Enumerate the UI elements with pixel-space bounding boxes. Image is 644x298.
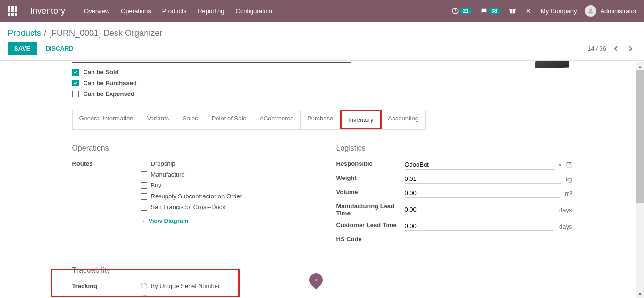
- gift-icon[interactable]: [509, 7, 516, 15]
- view-diagram-link[interactable]: → View Diagram: [140, 217, 308, 224]
- pager-prev[interactable]: [610, 43, 621, 54]
- can-be-purchased-checkbox[interactable]: [72, 80, 79, 86]
- tab-inventory[interactable]: Inventory: [340, 110, 381, 129]
- company-name[interactable]: My Company: [541, 8, 577, 15]
- external-link-icon[interactable]: [566, 162, 572, 168]
- discard-button[interactable]: DISCARD: [39, 42, 80, 55]
- tracking-lots-radio[interactable]: [141, 295, 147, 297]
- logistics-col: Logistics Responsible ▾ Weight kg: [336, 144, 572, 247]
- can-be-sold-label[interactable]: Can be Sold: [84, 68, 119, 76]
- route-crossdock-checkbox[interactable]: [141, 204, 147, 211]
- tab-content: Operations Routes Dropship Manufacture B…: [72, 144, 572, 247]
- responsible-label: Responsible: [336, 160, 405, 170]
- volume-unit: m³: [565, 190, 572, 197]
- pager-next[interactable]: [625, 43, 636, 54]
- tab-ecommerce[interactable]: eCommerce: [253, 110, 301, 129]
- brand-title[interactable]: Inventory: [30, 6, 65, 16]
- route-resupply-checkbox[interactable]: [141, 193, 147, 200]
- content-area: Desk Organizer Can be Sold Can be Purcha…: [0, 61, 644, 297]
- responsible-caret-icon[interactable]: ▾: [559, 162, 562, 169]
- logistics-title: Logistics: [336, 144, 572, 153]
- chat-badge: 38: [489, 8, 500, 14]
- activity-icon[interactable]: 21: [452, 7, 471, 15]
- tracking-label: Tracking: [72, 282, 141, 297]
- weight-unit: kg: [566, 176, 572, 183]
- mlt-unit: days: [559, 206, 572, 213]
- chat-icon[interactable]: 38: [480, 7, 500, 15]
- weight-input[interactable]: [405, 174, 561, 184]
- responsible-input[interactable]: [405, 160, 555, 170]
- user-menu[interactable]: Administrator: [585, 5, 636, 17]
- tab-accounting[interactable]: Accounting: [382, 110, 425, 129]
- route-dropship[interactable]: Dropship: [151, 160, 176, 167]
- clt-unit: days: [559, 223, 572, 230]
- hscode-label: HS Code: [336, 236, 405, 243]
- scroll-down-icon[interactable]: ▾: [636, 290, 644, 297]
- nav-overview[interactable]: Overview: [84, 8, 109, 15]
- tab-general[interactable]: General Information: [73, 110, 141, 129]
- svg-point-4: [590, 9, 592, 11]
- volume-input[interactable]: [405, 188, 560, 198]
- form-sheet: Desk Organizer Can be Sold Can be Purcha…: [63, 61, 582, 297]
- arrow-right-icon: →: [140, 217, 146, 224]
- route-manufacture[interactable]: Manufacture: [151, 171, 185, 178]
- action-row: SAVE DISCARD 14 / 36: [0, 42, 644, 61]
- nav-configuration[interactable]: Configuration: [236, 8, 272, 15]
- product-image[interactable]: [530, 61, 572, 75]
- topbar-right: 21 38 My Company Administrator: [452, 5, 636, 17]
- nav-products[interactable]: Products: [162, 8, 186, 15]
- breadcrumb-current: [FURN_0001] Desk Organizer: [49, 28, 162, 38]
- mlt-input[interactable]: [405, 205, 555, 214]
- activity-badge: 21: [460, 8, 471, 14]
- tracking-lots-label[interactable]: By Lots: [151, 294, 171, 297]
- scroll-thumb[interactable]: [636, 70, 644, 203]
- scroll-up-icon[interactable]: ▴: [636, 62, 644, 70]
- route-resupply[interactable]: Resupply Subcontractor on Order: [151, 193, 243, 200]
- product-flags: Can be Sold Can be Purchased Can be Expe…: [72, 68, 530, 97]
- route-crossdock[interactable]: San Francisco: Cross-Dock: [151, 204, 226, 211]
- tabs: General Information Variants Sales Point…: [72, 110, 426, 130]
- vertical-scrollbar[interactable]: ▴ ▾: [636, 62, 644, 297]
- operations-title: Operations: [72, 144, 308, 153]
- weight-label: Weight: [336, 174, 405, 184]
- tools-icon[interactable]: [525, 7, 532, 15]
- breadcrumb-parent[interactable]: Products: [8, 28, 41, 38]
- clt-input[interactable]: [405, 221, 555, 231]
- routes-list: Dropship Manufacture Buy Resupply Subcon…: [141, 160, 308, 224]
- volume-label: Volume: [336, 188, 405, 198]
- mlt-label: Manufacturing Lead Time: [336, 203, 405, 217]
- tracking-serial-radio[interactable]: [141, 283, 147, 289]
- tab-sales[interactable]: Sales: [176, 110, 205, 129]
- tracking-options: By Unique Serial Number By Lots: [141, 282, 572, 297]
- avatar: [585, 5, 596, 17]
- breadcrumb: Products / [FURN_0001] Desk Organizer: [0, 22, 644, 42]
- pager: 14 / 36: [587, 43, 636, 54]
- nav-operations[interactable]: Operations: [121, 8, 151, 15]
- tracking-serial-label[interactable]: By Unique Serial Number: [151, 282, 220, 289]
- operations-col: Operations Routes Dropship Manufacture B…: [72, 144, 308, 247]
- route-buy[interactable]: Buy: [151, 182, 161, 189]
- can-be-purchased-label[interactable]: Can be Purchased: [84, 79, 137, 86]
- route-buy-checkbox[interactable]: [141, 182, 147, 189]
- tab-purchase[interactable]: Purchase: [301, 110, 340, 129]
- breadcrumb-sep: /: [44, 28, 46, 38]
- user-name: Administrator: [600, 8, 636, 15]
- page-title: Desk Organizer: [72, 61, 351, 63]
- pager-text: 14 / 36: [587, 45, 606, 52]
- svg-rect-3: [512, 9, 512, 14]
- nav-reporting[interactable]: Reporting: [198, 8, 224, 15]
- location-pin-icon: [309, 273, 323, 290]
- tab-variants[interactable]: Variants: [140, 110, 176, 129]
- route-manufacture-checkbox[interactable]: [141, 171, 147, 178]
- topbar: Inventory Overview Operations Products R…: [0, 0, 644, 22]
- apps-icon[interactable]: [8, 6, 17, 16]
- nav-links: Overview Operations Products Reporting C…: [84, 8, 272, 15]
- can-be-expensed-checkbox[interactable]: [72, 91, 79, 97]
- can-be-expensed-label[interactable]: Can be Expensed: [84, 90, 134, 97]
- routes-label: Routes: [72, 160, 141, 224]
- route-dropship-checkbox[interactable]: [141, 161, 147, 167]
- tab-pos[interactable]: Point of Sale: [205, 110, 254, 129]
- save-button[interactable]: SAVE: [8, 42, 37, 55]
- can-be-sold-checkbox[interactable]: [72, 69, 79, 76]
- clt-label: Customer Lead Time: [336, 221, 405, 231]
